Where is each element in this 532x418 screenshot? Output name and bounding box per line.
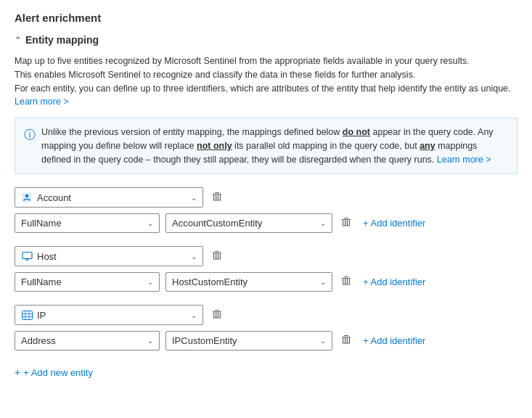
ip-icon — [21, 309, 33, 321]
svg-rect-42 — [216, 312, 216, 318]
svg-rect-47 — [343, 337, 343, 343]
host-field-label: FullName — [21, 276, 62, 287]
svg-point-1 — [25, 194, 28, 197]
entity-type-select-account[interactable]: Account ⌄ — [15, 187, 203, 208]
account-value-label: AccountCustomEntity — [172, 218, 262, 229]
svg-rect-31 — [347, 279, 348, 284]
add-identifier-ip-btn[interactable]: + Add identifier — [360, 332, 428, 349]
identifier-select-account-field[interactable]: FullName ⌄ — [15, 213, 160, 233]
svg-rect-25 — [213, 258, 221, 259]
chevron-up-icon: ⌃ — [15, 36, 21, 45]
info-text: Unlike the previous version of entity ma… — [41, 126, 508, 166]
host-chevron-icon: ⌄ — [191, 253, 197, 261]
svg-rect-30 — [345, 279, 345, 284]
identifier-select-ip-field[interactable]: Address ⌄ — [15, 331, 160, 351]
svg-rect-13 — [345, 220, 345, 226]
svg-rect-28 — [343, 279, 343, 284]
learn-more-link-2[interactable]: Learn more > — [437, 155, 491, 165]
host-delete-icon[interactable] — [209, 247, 225, 266]
svg-rect-12 — [349, 220, 350, 226]
svg-rect-39 — [215, 310, 219, 311]
entity-type-select-host[interactable]: Host ⌄ — [15, 246, 203, 266]
svg-rect-45 — [342, 337, 351, 337]
account-value-chevron: ⌄ — [320, 219, 326, 227]
svg-rect-7 — [218, 194, 218, 200]
account-field-label: FullName — [21, 218, 62, 229]
entity-type-row-host: Host ⌄ — [15, 246, 517, 266]
desc-line1: Map up to five entities recognized by Mi… — [15, 56, 470, 66]
account-field-chevron: ⌄ — [147, 219, 153, 227]
account-row-delete-icon[interactable] — [338, 214, 354, 232]
entity-block-host: Host ⌄ FullName ⌄ HostCustomEntity ⌄ — [15, 246, 517, 292]
learn-more-link-1[interactable]: Learn more > — [15, 97, 69, 107]
svg-rect-15 — [343, 226, 350, 226]
host-type-label: Host — [37, 251, 57, 262]
svg-rect-4 — [213, 194, 214, 200]
svg-rect-18 — [26, 260, 28, 261]
identifier-select-host-field[interactable]: FullName ⌄ — [15, 272, 160, 292]
svg-rect-6 — [216, 194, 216, 200]
account-icon — [21, 192, 33, 203]
add-entity-btn[interactable]: + + Add new entity — [15, 364, 517, 381]
identifier-value-account[interactable]: AccountCustomEntity ⌄ — [165, 213, 332, 233]
svg-rect-26 — [342, 278, 351, 279]
ip-row-delete-icon[interactable] — [338, 332, 354, 350]
account-type-label: Account — [37, 192, 71, 203]
account-delete-icon[interactable] — [209, 189, 225, 207]
ip-delete-icon[interactable] — [209, 306, 225, 324]
svg-rect-23 — [216, 253, 216, 259]
add-identifier-account-btn[interactable]: + Add identifier — [360, 215, 428, 231]
identifier-row-host: FullName ⌄ HostCustomEntity ⌄ + Add iden… — [15, 272, 517, 292]
info-icon: ⓘ — [24, 126, 36, 166]
description-block: Map up to five entities recognized by Mi… — [15, 54, 517, 109]
svg-rect-10 — [344, 218, 348, 218]
entity-type-row-ip: IP ⌄ — [15, 305, 517, 325]
host-icon — [21, 250, 33, 262]
svg-rect-17 — [25, 259, 29, 260]
svg-rect-49 — [345, 337, 345, 343]
svg-rect-11 — [343, 220, 343, 226]
entity-mapping-section-header[interactable]: ⌃ Entity mapping — [15, 34, 517, 46]
svg-rect-22 — [220, 253, 221, 259]
identifier-value-ip[interactable]: IPCustomEntity ⌄ — [165, 331, 332, 351]
entity-type-select-ip[interactable]: IP ⌄ — [15, 305, 203, 325]
entity-block-account: Account ⌄ FullName ⌄ AccountCustomEntity… — [15, 187, 517, 233]
svg-rect-38 — [213, 311, 221, 312]
desc-line3: For each entity, you can define up to th… — [15, 83, 511, 94]
ip-value-label: IPCustomEntity — [172, 335, 237, 346]
svg-rect-51 — [343, 343, 350, 344]
desc-line2: This enables Microsoft Sentinel to recog… — [15, 70, 415, 80]
account-chevron-icon: ⌄ — [191, 194, 197, 202]
svg-rect-8 — [213, 200, 221, 200]
info-box: ⓘ Unlike the previous version of entity … — [15, 118, 517, 174]
add-identifier-host-btn[interactable]: + Add identifier — [360, 274, 428, 290]
svg-rect-14 — [347, 220, 348, 226]
svg-rect-44 — [213, 317, 221, 318]
ip-value-chevron: ⌄ — [320, 337, 326, 345]
svg-rect-9 — [342, 219, 351, 220]
host-field-chevron: ⌄ — [147, 278, 153, 286]
ip-field-label: Address — [21, 335, 56, 346]
entity-type-row-account: Account ⌄ — [15, 187, 517, 208]
svg-rect-33 — [22, 311, 32, 319]
svg-rect-21 — [213, 253, 214, 259]
add-entity-label: + Add new entity — [23, 367, 93, 378]
svg-rect-43 — [218, 312, 218, 318]
svg-rect-50 — [347, 337, 348, 343]
identifier-row-account: FullName ⌄ AccountCustomEntity ⌄ + Add i… — [15, 213, 517, 233]
svg-rect-46 — [344, 335, 348, 336]
svg-rect-48 — [349, 337, 350, 343]
identifier-row-ip: Address ⌄ IPCustomEntity ⌄ + Add identif… — [15, 331, 517, 351]
svg-rect-5 — [220, 194, 221, 200]
section-label: Entity mapping — [25, 34, 99, 46]
host-value-label: HostCustomEntity — [172, 276, 247, 287]
svg-rect-41 — [220, 312, 221, 318]
host-row-delete-icon[interactable] — [338, 273, 354, 291]
svg-rect-2 — [213, 194, 221, 194]
svg-rect-32 — [343, 284, 350, 285]
svg-rect-24 — [218, 253, 218, 259]
ip-chevron-icon: ⌄ — [191, 311, 197, 319]
svg-rect-3 — [215, 192, 219, 193]
ip-field-chevron: ⌄ — [147, 337, 153, 345]
identifier-value-host[interactable]: HostCustomEntity ⌄ — [165, 272, 332, 292]
